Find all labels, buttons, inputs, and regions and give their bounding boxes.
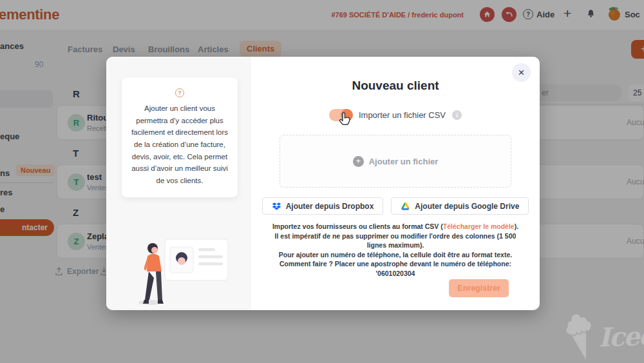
instruction-line-5: Comment faire ? Placer une apostrophe de… (251, 259, 540, 269)
modal-left-pane: ? Ajouter un client vous permettra d’y a… (106, 57, 251, 310)
instruction-line-6: '0601020304 (251, 269, 540, 279)
instruction-line-1: Importez vos fournisseurs ou clients au … (251, 222, 540, 231)
app-canvas: ementine #769 SOCIÉTÉ D'AIDE / frederic … (0, 0, 644, 363)
google-drive-button[interactable]: Ajouter depuis Google Drive (391, 197, 529, 215)
mouse-cursor-icon (336, 111, 353, 132)
tooltip-card: ? Ajouter un client vous permettra d’y a… (122, 77, 238, 197)
csv-toggle-label: Importer un fichier CSV (359, 110, 446, 120)
recorder-watermark: Icec (564, 310, 644, 363)
csv-import-toggle[interactable] (329, 109, 352, 121)
save-button[interactable]: Enregistrer (449, 279, 509, 297)
profile-illustration (129, 229, 232, 310)
instruction-text: ). (515, 222, 518, 230)
new-client-modal: ? Ajouter un client vous permettra d’y a… (106, 57, 540, 310)
csv-toggle-row: Importer un fichier CSV i (251, 109, 540, 121)
instruction-text: Importez vos fournisseurs ou clients au … (272, 222, 443, 230)
modal-right-pane: × Nouveau client Importer un fichier CSV… (251, 57, 540, 310)
google-drive-button-label: Ajouter depuis Google Drive (415, 202, 519, 211)
google-drive-icon (401, 202, 410, 210)
download-template-link[interactable]: Télécharger le modèle (443, 222, 515, 230)
close-icon: × (518, 66, 525, 79)
instruction-line-4: Pour ajouter un numéro de téléphone, la … (251, 250, 540, 260)
dropbox-button[interactable]: Ajouter depuis Dropbox (262, 197, 384, 215)
dropbox-icon (272, 202, 281, 211)
tooltip-text: Ajouter un client vous permettra d’y acc… (129, 103, 230, 186)
ice-cream-icon (558, 309, 604, 363)
info-icon[interactable]: i (452, 110, 462, 120)
tooltip-question-icon: ? (175, 88, 184, 97)
import-sources-row: Ajouter depuis Dropbox Ajouter depuis Go… (251, 197, 540, 215)
modal-title: Nouveau client (251, 79, 540, 93)
instruction-line-3: lignes maximum). (251, 240, 540, 250)
add-file-label: Ajouter un fichier (369, 157, 439, 166)
dropbox-button-label: Ajouter depuis Dropbox (286, 202, 374, 211)
close-button[interactable]: × (512, 63, 531, 82)
add-file-plus-icon: + (353, 156, 364, 167)
instruction-line-2: Il est impératif de ne pas supprimer ou … (251, 231, 540, 241)
file-dropzone[interactable]: + Ajouter un fichier (279, 135, 511, 188)
csv-instructions: Importez vos fournisseurs ou clients au … (251, 222, 540, 278)
watermark-text: Icec (598, 320, 644, 352)
